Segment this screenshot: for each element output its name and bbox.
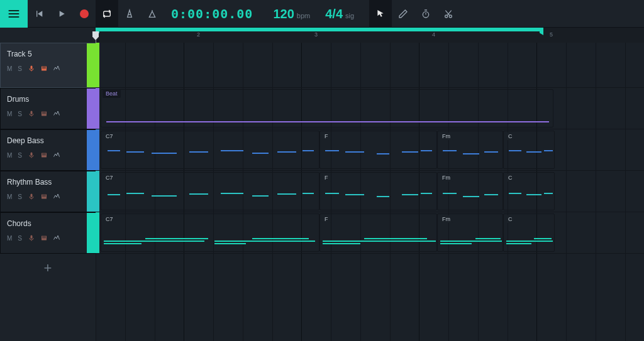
clip[interactable]: C7	[101, 131, 319, 169]
svg-rect-8	[31, 111, 33, 115]
mic-icon[interactable]	[28, 151, 35, 159]
menu-button[interactable]	[0, 0, 28, 28]
mic-icon[interactable]	[28, 65, 35, 72]
track-header[interactable]: ChordsMS	[0, 212, 96, 254]
automation-icon[interactable]	[53, 193, 60, 200]
instrument-icon[interactable]	[40, 193, 48, 200]
svg-rect-11	[44, 112, 45, 114]
midi-note	[214, 241, 315, 242]
loop-button[interactable]	[96, 0, 118, 28]
cut-tool[interactable]	[437, 0, 460, 28]
mute-button[interactable]: M	[7, 152, 13, 159]
solo-button[interactable]: S	[18, 193, 23, 200]
clip[interactable]: C	[503, 172, 555, 210]
mic-icon[interactable]	[28, 234, 35, 242]
svg-rect-10	[43, 112, 43, 114]
clip[interactable]: C7	[101, 172, 319, 210]
midi-note	[402, 194, 418, 195]
mute-button[interactable]: M	[7, 235, 13, 242]
instrument-icon[interactable]	[40, 151, 48, 159]
automation-icon[interactable]	[53, 65, 60, 72]
tempo-display[interactable]: 120bpm	[273, 8, 310, 20]
stopwatch-tool[interactable]	[414, 0, 437, 28]
track-header[interactable]: Track 5MS	[0, 43, 96, 88]
timecode-display[interactable]: 0:00:00.00	[171, 8, 253, 20]
midi-note	[325, 193, 339, 194]
solo-button[interactable]: S	[18, 152, 23, 159]
instrument-icon[interactable]	[40, 65, 48, 72]
timesig-value: 4/4	[325, 7, 343, 21]
track-name[interactable]: Rhythm Bass	[7, 178, 89, 187]
clip[interactable]: F	[319, 131, 437, 169]
clip[interactable]: Fm	[437, 172, 503, 210]
chord-label: Fm	[440, 174, 453, 181]
midi-note	[544, 150, 553, 151]
track-lane[interactable]	[96, 43, 644, 88]
mute-button[interactable]: M	[7, 65, 13, 72]
track-color-strip	[87, 213, 96, 253]
track-color-strip	[87, 43, 96, 87]
rewind-button[interactable]	[28, 0, 50, 28]
solo-button[interactable]: S	[18, 111, 23, 117]
track-color-strip	[87, 89, 96, 129]
clip[interactable]: Fm	[437, 131, 503, 169]
instrument-icon[interactable]	[40, 234, 48, 242]
midi-note	[303, 150, 314, 151]
track-name[interactable]: Drums	[7, 95, 89, 104]
arrangement-area[interactable]: BeatC7FFmCC7FFmCC7FFmC	[96, 43, 644, 341]
midi-note	[526, 194, 541, 195]
mute-button[interactable]: M	[7, 193, 13, 200]
automation-icon[interactable]	[53, 151, 60, 159]
automation-icon[interactable]	[53, 110, 60, 117]
track-name[interactable]: Deep Bass	[7, 136, 89, 145]
chord-label: Fm	[440, 133, 453, 140]
track-header[interactable]: Rhythm BassMS	[0, 171, 96, 212]
pointer-tool[interactable]	[369, 0, 392, 28]
midi-note	[277, 193, 296, 195]
clip[interactable]: F	[319, 172, 437, 210]
clip[interactable]: F	[319, 214, 437, 252]
midi-note	[252, 195, 269, 197]
midi-note	[443, 193, 457, 194]
track-lane[interactable]: C7FFmC	[96, 129, 644, 171]
clip[interactable]: C	[503, 131, 555, 169]
midi-note	[506, 241, 553, 242]
clip[interactable]: Beat	[101, 89, 553, 127]
metronome-button[interactable]	[118, 0, 141, 28]
mute-button[interactable]: M	[7, 111, 13, 117]
tempo-unit: bpm	[297, 12, 310, 19]
track-header[interactable]: Deep BassMS	[0, 129, 96, 171]
timeline-ruler[interactable]: 2345	[96, 28, 644, 43]
chord-label: C	[506, 133, 515, 140]
clip-title: Beat	[103, 89, 121, 98]
chord-label: C	[506, 215, 515, 223]
countdown-button[interactable]	[141, 0, 164, 28]
midi-note	[509, 150, 521, 151]
ruler-marker: 5	[550, 31, 553, 38]
ruler-marker: 2	[197, 31, 200, 38]
midi-note	[221, 193, 243, 194]
solo-button[interactable]: S	[18, 235, 23, 242]
mic-icon[interactable]	[28, 193, 35, 200]
track-name[interactable]: Track 5	[7, 50, 89, 58]
instrument-icon[interactable]	[40, 110, 48, 117]
pencil-tool[interactable]	[392, 0, 414, 28]
timesig-display[interactable]: 4/4sig	[325, 8, 354, 20]
solo-button[interactable]: S	[18, 65, 23, 72]
track-lane[interactable]: C7FFmC	[96, 212, 644, 254]
play-button[interactable]	[50, 0, 73, 28]
track-headers: Track 5MSDrumsMSDeep BassMSRhythm BassMS…	[0, 43, 96, 341]
track-name[interactable]: Chords	[7, 219, 89, 228]
clip[interactable]: C	[503, 214, 555, 252]
track-header[interactable]: DrumsMS	[0, 88, 96, 129]
clip[interactable]: C7	[101, 214, 319, 252]
automation-icon[interactable]	[53, 234, 60, 242]
mic-icon[interactable]	[28, 110, 35, 117]
track-lane[interactable]: C7FFmC	[96, 171, 644, 212]
clip[interactable]: Fm	[437, 214, 503, 252]
add-track-button[interactable]: +	[0, 254, 96, 283]
record-button[interactable]	[73, 0, 96, 28]
tempo-value: 120	[273, 7, 294, 21]
loop-region[interactable]	[96, 28, 543, 31]
track-lane[interactable]: Beat	[96, 88, 644, 129]
